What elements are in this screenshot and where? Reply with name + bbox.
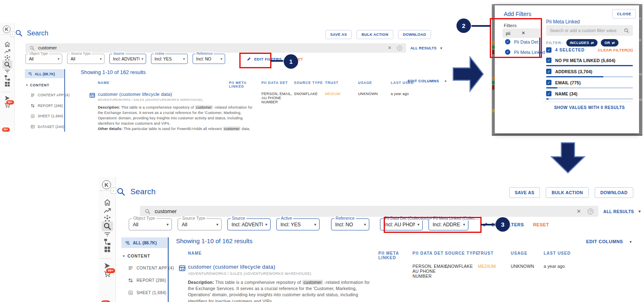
- filter-chip-source[interactable]: SourceIncl: ADVENTUR...▾: [227, 218, 271, 230]
- selected-summary-row: ✓ 4 SELECTED CLEAR FILTER(S): [546, 47, 633, 53]
- reset-button[interactable]: RESET: [533, 222, 549, 227]
- cell-pii-data-det: PERSON, EMAIL, AU PHONE NUMBER: [262, 91, 294, 104]
- checkbox-icon[interactable]: ✓: [546, 69, 551, 74]
- facet-content-app[interactable]: CONTENT APP (4): [128, 265, 168, 271]
- filter-chip-reference[interactable]: ReferenceIncl: NO▾: [192, 54, 225, 64]
- col-name[interactable]: NAME: [98, 81, 109, 84]
- or-toggle[interactable]: OR⇄: [601, 39, 619, 46]
- facet-group-content[interactable]: ▾CONTENT: [26, 83, 65, 87]
- col-usage[interactable]: USAGE: [358, 81, 372, 84]
- home-icon[interactable]: [103, 198, 111, 207]
- filter-value-row[interactable]: ✓ADDRESS (3,704): [546, 69, 633, 77]
- sheet-icon: [30, 114, 35, 118]
- chevron-down-icon: ▾: [639, 209, 641, 214]
- left-nav-rail: K › 99+ 99+: [0, 23, 15, 132]
- col-source-type[interactable]: SOURCE TYPE: [445, 251, 479, 256]
- facet-all[interactable]: ALL (88.7K): [25, 69, 64, 78]
- save-as-button[interactable]: SAVE AS: [325, 30, 352, 39]
- col-trust[interactable]: TRUST: [478, 251, 493, 256]
- annotation-connector: [271, 60, 285, 62]
- facet-dataset[interactable]: DATASET (244): [30, 124, 64, 129]
- save-as-button[interactable]: SAVE AS: [509, 187, 540, 198]
- all-results-label: ALL RESULTS: [410, 46, 436, 50]
- col-last-used[interactable]: LAST USED: [544, 251, 571, 256]
- annotated-workflow-page: K › 99+ 99+ Search SAVE AS BULK ACTION D…: [0, 0, 644, 302]
- expand-sidebar-button[interactable]: ›: [111, 188, 116, 194]
- col-trust[interactable]: TRUST: [325, 81, 339, 84]
- cell-source-type: SNOWFLAKE: [445, 264, 473, 269]
- filter-value-search-input[interactable]: Search or add a custom filter value: [546, 25, 633, 36]
- cell-source-type: SNOWFLAKE: [294, 91, 318, 95]
- checkbox-icon[interactable]: ✓: [546, 58, 551, 63]
- col-name[interactable]: NAME: [188, 251, 202, 256]
- modal-title: Add Filters: [504, 11, 531, 17]
- filter-chip-active[interactable]: ActiveIncl: YES▾: [276, 218, 320, 230]
- checkbox-icon[interactable]: ✓: [546, 80, 551, 85]
- analytics-icon[interactable]: [103, 207, 111, 215]
- filter-icon[interactable]: [103, 230, 111, 239]
- search-nav-active[interactable]: [2, 60, 12, 69]
- facet-sheet[interactable]: SHEET (1,684): [128, 290, 168, 295]
- filter-chip-source-type[interactable]: Source TypeAll▾: [178, 218, 222, 230]
- rail-divider: [100, 190, 111, 191]
- filter-chip-object-type[interactable]: Object TypeAll▾: [129, 218, 172, 230]
- checkbox-icon[interactable]: ✓: [546, 47, 551, 53]
- search-icon: [103, 222, 111, 230]
- col-pii-data-det[interactable]: PII DATA DET: [262, 81, 294, 84]
- col-pii-meta-linked[interactable]: PII META LINKED: [378, 251, 404, 260]
- annotation-box-filters-panel: [490, 18, 542, 58]
- facet-all[interactable]: ALL (88.7K): [121, 237, 167, 248]
- divider: [543, 102, 632, 102]
- includes-toggle[interactable]: INCLUDES⇄: [566, 39, 598, 46]
- search-title-icon: [116, 187, 125, 196]
- search-icon: [4, 61, 11, 68]
- filter-chip-source-type[interactable]: Source TypeAll▾: [67, 54, 104, 64]
- clear-search-icon[interactable]: ✕: [388, 45, 391, 51]
- show-zero-results-link[interactable]: SHOW VALUES WITH 0 RESULTS: [546, 105, 633, 110]
- clear-search-icon[interactable]: ✕: [577, 208, 581, 214]
- apps-grid-icon[interactable]: [103, 245, 111, 253]
- facet-report[interactable]: REPORT (286): [128, 278, 168, 283]
- bulk-action-button[interactable]: BULK ACTION: [357, 30, 393, 39]
- edit-columns-dropdown[interactable]: EDIT COLUMNS▾: [586, 239, 632, 244]
- facet-sheet[interactable]: SHEET (1,684): [30, 114, 64, 118]
- col-last-used[interactable]: LAST USED: [391, 81, 414, 84]
- col-pii-meta-linked[interactable]: PII META LINKED: [229, 81, 251, 88]
- col-usage[interactable]: USAGE: [511, 251, 528, 256]
- help-icon[interactable]: ?: [397, 46, 402, 51]
- home-icon[interactable]: [4, 41, 11, 48]
- hierarchy-icon[interactable]: [103, 238, 111, 246]
- search-input[interactable]: customer ✕ ?: [140, 206, 598, 217]
- download-button[interactable]: DOWNLOAD: [595, 187, 633, 198]
- facet-content-app[interactable]: CONTENT APP (4): [30, 93, 64, 98]
- all-results-dropdown[interactable]: ALL RESULTS▾: [410, 46, 442, 50]
- all-results-dropdown[interactable]: ALL RESULTS▾: [603, 209, 641, 214]
- checkbox-icon[interactable]: ✓: [546, 91, 551, 96]
- help-icon[interactable]: ?: [588, 209, 593, 214]
- filter-prefix-label: FILTER:: [546, 41, 563, 45]
- col-source-type[interactable]: SOURCE TYPE: [294, 81, 323, 84]
- filter-chip-object-type[interactable]: Object TypeAll▾: [25, 54, 62, 64]
- content-app-icon: [128, 265, 133, 271]
- expand-sidebar-button[interactable]: ›: [10, 32, 15, 37]
- result-description: Description: This table is a comprehensi…: [98, 105, 255, 132]
- notification-count-badge: 99+: [2, 128, 9, 132]
- filter-chip-reference[interactable]: ReferenceIncl: NO▾: [331, 218, 369, 230]
- result-name-link[interactable]: customer (customer lifecycle data): [98, 91, 262, 97]
- filter-chip-source[interactable]: SourceIncl: ADVENTUR...▾: [109, 54, 146, 64]
- close-button[interactable]: CLOSE: [612, 9, 636, 19]
- search-nav-active[interactable]: [102, 221, 113, 231]
- clear-filters-button[interactable]: CLEAR FILTER(S): [598, 48, 633, 52]
- apps-grid-icon[interactable]: [4, 81, 11, 88]
- filter-chip-active[interactable]: ActiveIncl: YES▾: [151, 54, 188, 64]
- result-path: ADVENTUREWORKS / SALES (ADVENTUREWORKS W…: [98, 98, 262, 102]
- facet-report[interactable]: REPORT (286): [30, 103, 64, 108]
- bulk-action-button[interactable]: BULK ACTION: [546, 187, 588, 198]
- download-button[interactable]: DOWNLOAD: [398, 30, 431, 39]
- filter-value-row[interactable]: ✓NAME (34): [546, 91, 633, 100]
- result-name-link[interactable]: customer (customer lifecycle data): [188, 264, 381, 270]
- chevron-down-icon: ▾: [123, 254, 125, 258]
- filter-value-row[interactable]: ✓NO PII META LINKED (5,604): [546, 58, 633, 66]
- filter-value-row[interactable]: ✓EMAIL (775): [546, 80, 633, 88]
- facet-group-content[interactable]: ▾CONTENT: [123, 254, 168, 258]
